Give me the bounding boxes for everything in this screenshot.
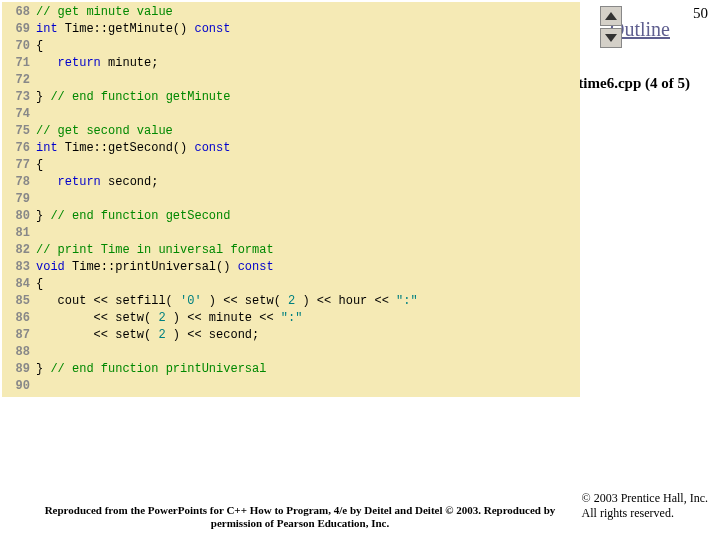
line-number: 83: [2, 259, 36, 276]
code-content: {: [36, 38, 43, 55]
attribution: Reproduced from the PowerPoints for C++ …: [30, 504, 570, 530]
code-content: int Time::getMinute() const: [36, 21, 230, 38]
code-line: 68// get minute value: [2, 4, 580, 21]
code-line: 89} // end function printUniversal: [2, 361, 580, 378]
code-line: 85 cout << setfill( '0' ) << setw( 2 ) <…: [2, 293, 580, 310]
code-content: } // end function getSecond: [36, 208, 230, 225]
line-number: 85: [2, 293, 36, 310]
copyright-line2: All rights reserved.: [582, 506, 674, 520]
code-line: 71 return minute;: [2, 55, 580, 72]
code-content: << setw( 2 ) << second;: [36, 327, 259, 344]
code-line: 78 return second;: [2, 174, 580, 191]
code-content: int Time::getSecond() const: [36, 140, 230, 157]
copyright: © 2003 Prentice Hall, Inc. All rights re…: [582, 491, 708, 522]
nav-up-button[interactable]: [600, 6, 622, 26]
line-number: 79: [2, 191, 36, 208]
code-line: 77{: [2, 157, 580, 174]
line-number: 87: [2, 327, 36, 344]
code-content: [36, 106, 43, 123]
code-line: 80} // end function getSecond: [2, 208, 580, 225]
code-content: << setw( 2 ) << minute << ":": [36, 310, 302, 327]
code-content: return minute;: [36, 55, 158, 72]
line-number: 84: [2, 276, 36, 293]
line-number: 86: [2, 310, 36, 327]
code-line: 81: [2, 225, 580, 242]
line-number: 90: [2, 378, 36, 395]
line-number: 82: [2, 242, 36, 259]
line-number: 75: [2, 123, 36, 140]
line-number: 71: [2, 55, 36, 72]
code-line: 86 << setw( 2 ) << minute << ":": [2, 310, 580, 327]
line-number: 77: [2, 157, 36, 174]
line-number: 78: [2, 174, 36, 191]
code-content: void Time::printUniversal() const: [36, 259, 274, 276]
code-content: // get second value: [36, 123, 173, 140]
line-number: 69: [2, 21, 36, 38]
code-line: 70{: [2, 38, 580, 55]
arrow-up-icon: [605, 12, 617, 20]
code-content: } // end function printUniversal: [36, 361, 266, 378]
filename-label: time6.cpp (4 of 5): [578, 75, 690, 92]
page-number: 50: [693, 5, 708, 22]
code-line: 74: [2, 106, 580, 123]
code-content: [36, 72, 43, 89]
code-content: // print Time in universal format: [36, 242, 274, 259]
code-line: 88: [2, 344, 580, 361]
code-line: 73} // end function getMinute: [2, 89, 580, 106]
line-number: 81: [2, 225, 36, 242]
line-number: 70: [2, 38, 36, 55]
arrow-down-icon: [605, 34, 617, 42]
code-line: 79: [2, 191, 580, 208]
code-line: 76int Time::getSecond() const: [2, 140, 580, 157]
code-line: 69int Time::getMinute() const: [2, 21, 580, 38]
code-content: {: [36, 157, 43, 174]
line-number: 76: [2, 140, 36, 157]
code-content: return second;: [36, 174, 158, 191]
code-line: 84{: [2, 276, 580, 293]
line-number: 74: [2, 106, 36, 123]
code-content: [36, 225, 43, 242]
code-line: 90: [2, 378, 580, 395]
code-content: [36, 344, 43, 361]
nav-buttons: [600, 6, 622, 48]
line-number: 73: [2, 89, 36, 106]
code-content: [36, 191, 43, 208]
code-content: // get minute value: [36, 4, 173, 21]
copyright-line1: © 2003 Prentice Hall, Inc.: [582, 491, 708, 505]
line-number: 80: [2, 208, 36, 225]
code-content: [36, 378, 43, 395]
line-number: 72: [2, 72, 36, 89]
code-line: 83void Time::printUniversal() const: [2, 259, 580, 276]
line-number: 88: [2, 344, 36, 361]
code-line: 87 << setw( 2 ) << second;: [2, 327, 580, 344]
code-content: cout << setfill( '0' ) << setw( 2 ) << h…: [36, 293, 418, 310]
code-line: 82// print Time in universal format: [2, 242, 580, 259]
code-line: 75// get second value: [2, 123, 580, 140]
nav-down-button[interactable]: [600, 28, 622, 48]
code-block: 68// get minute value69int Time::getMinu…: [2, 2, 580, 397]
line-number: 68: [2, 4, 36, 21]
line-number: 89: [2, 361, 36, 378]
code-content: {: [36, 276, 43, 293]
code-line: 72: [2, 72, 580, 89]
code-content: } // end function getMinute: [36, 89, 230, 106]
